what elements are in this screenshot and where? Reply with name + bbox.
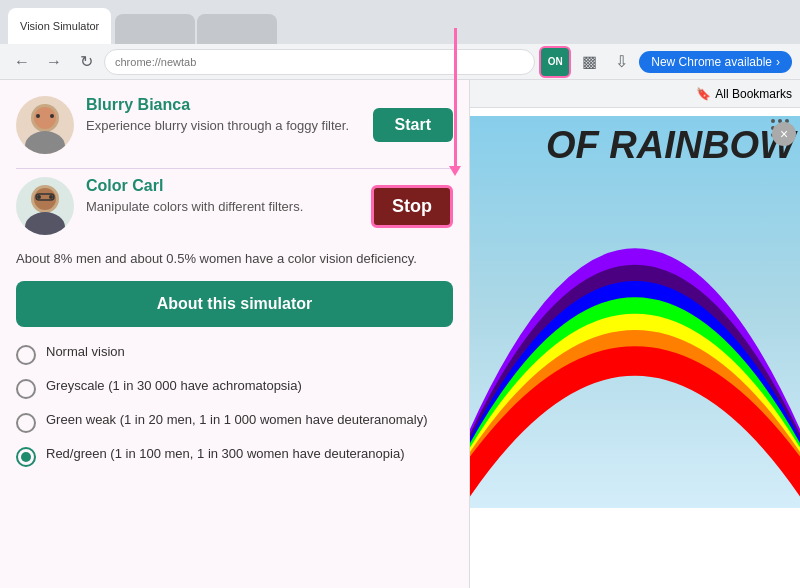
radio-green-weak-circle	[16, 413, 36, 433]
tab-title: Vision Simulator	[20, 20, 99, 32]
svg-point-2	[25, 131, 65, 154]
carl-avatar-image	[16, 177, 74, 235]
bookmarks-bar: 🔖 All Bookmarks	[470, 80, 800, 108]
url-text: chrome://newtab	[115, 56, 196, 68]
radio-normal-label: Normal vision	[46, 343, 125, 361]
tab-area: Vision Simulator	[8, 0, 792, 44]
extension-icon[interactable]: ON	[539, 46, 571, 78]
extension-panel: Blurry Bianca Experience blurry vision t…	[0, 80, 470, 588]
svg-point-1	[34, 107, 56, 129]
chevron-right-icon: ›	[776, 55, 780, 69]
bianca-desc: Experience blurry vision through a foggy…	[86, 117, 361, 135]
radio-normal-circle	[16, 345, 36, 365]
svg-point-3	[36, 114, 40, 118]
download-icon[interactable]: ⇩	[607, 48, 635, 76]
about-simulator-button[interactable]: About this simulator	[16, 281, 453, 327]
carl-avatar	[16, 177, 74, 235]
bookmark-icon: 🔖	[696, 87, 711, 101]
svg-point-9	[49, 195, 53, 199]
active-tab[interactable]: Vision Simulator	[8, 8, 111, 44]
new-chrome-label: New Chrome available	[651, 55, 772, 69]
carl-info: Color Carl Manipulate colors with differ…	[86, 177, 359, 216]
all-bookmarks[interactable]: 🔖 All Bookmarks	[696, 87, 792, 101]
rainbow-title-text: OF RAINBOW	[546, 126, 795, 164]
radio-greyscale-circle	[16, 379, 36, 399]
arrow-annotation	[454, 28, 457, 168]
carl-card: Color Carl Manipulate colors with differ…	[16, 177, 453, 235]
start-button[interactable]: Start	[373, 108, 453, 142]
bianca-avatar	[16, 96, 74, 154]
svg-point-4	[50, 114, 54, 118]
close-button[interactable]: ×	[772, 122, 796, 146]
inactive-tab[interactable]	[115, 14, 195, 44]
radio-red-green-label: Red/green (1 in 100 men, 1 in 300 women …	[46, 445, 404, 463]
main-content: Blurry Bianca Experience blurry vision t…	[0, 80, 800, 588]
stop-button[interactable]: Stop	[371, 185, 453, 228]
svg-point-7	[25, 212, 65, 235]
browser-content: 🔖 All Bookmarks	[470, 80, 800, 588]
rainbow-bg: OF RAINBOW	[470, 116, 800, 508]
radio-greyscale[interactable]: Greyscale (1 in 30 000 have achromatopsi…	[16, 377, 453, 399]
card-divider	[16, 168, 453, 169]
radio-red-green-circle	[16, 447, 36, 467]
svg-point-8	[37, 195, 41, 199]
carl-desc: Manipulate colors with different filters…	[86, 198, 359, 216]
back-button[interactable]: ←	[8, 48, 36, 76]
color-vision-info: About 8% men and about 0.5% women have a…	[16, 249, 453, 269]
new-chrome-button[interactable]: New Chrome available ›	[639, 51, 792, 73]
radio-red-green[interactable]: Red/green (1 in 100 men, 1 in 300 women …	[16, 445, 453, 467]
svg-point-11	[771, 119, 775, 123]
bianca-name: Blurry Bianca	[86, 96, 361, 114]
address-bar[interactable]: chrome://newtab	[104, 49, 535, 75]
close-icon: ×	[780, 126, 788, 142]
cast-icon[interactable]: ▩	[575, 48, 603, 76]
bianca-info: Blurry Bianca Experience blurry vision t…	[86, 96, 361, 135]
radio-greyscale-label: Greyscale (1 in 30 000 have achromatopsi…	[46, 377, 302, 395]
forward-button[interactable]: →	[40, 48, 68, 76]
rainbow-svg	[470, 116, 800, 508]
chrome-toolbar: ← → ↻ chrome://newtab ON ▩ ⇩ New Chrome …	[0, 44, 800, 80]
chrome-topbar: Vision Simulator	[0, 0, 800, 44]
radio-green-weak-label: Green weak (1 in 20 men, 1 in 1 000 wome…	[46, 411, 428, 429]
inactive-tab-2[interactable]	[197, 14, 277, 44]
radio-options: Normal vision Greyscale (1 in 30 000 hav…	[16, 343, 453, 467]
radio-normal-vision[interactable]: Normal vision	[16, 343, 453, 365]
carl-name: Color Carl	[86, 177, 359, 195]
bianca-card: Blurry Bianca Experience blurry vision t…	[16, 96, 453, 154]
extension-on-label: ON	[548, 56, 563, 67]
all-bookmarks-label: All Bookmarks	[715, 87, 792, 101]
bianca-avatar-image	[16, 96, 74, 154]
refresh-button[interactable]: ↻	[72, 48, 100, 76]
radio-green-weak[interactable]: Green weak (1 in 20 men, 1 in 1 000 wome…	[16, 411, 453, 433]
